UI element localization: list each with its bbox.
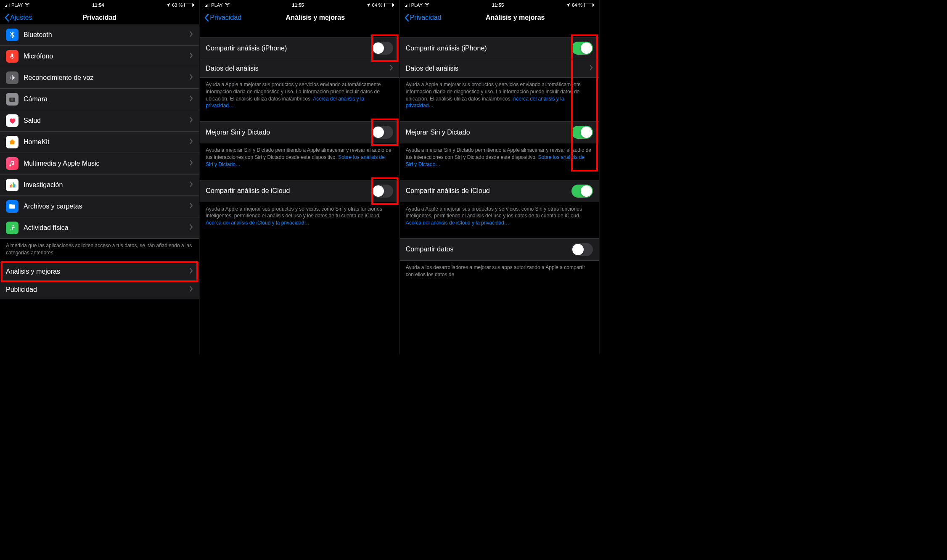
location-icon	[366, 3, 370, 7]
row-label: Datos del análisis	[206, 65, 387, 72]
chevron-right-icon	[390, 65, 393, 72]
icloud-link[interactable]: Acerca del análisis de iCloud y la priva…	[406, 220, 509, 226]
chevron-right-icon	[190, 31, 193, 39]
toggle-improve-siri[interactable]	[372, 126, 393, 139]
row-improve-siri[interactable]: Mejorar Siri y Dictado	[200, 121, 399, 143]
row-label: Compartir análisis (iPhone)	[206, 45, 371, 52]
list-item-homekit[interactable]: HomeKit	[0, 132, 199, 153]
svg-rect-6	[14, 185, 15, 188]
back-label: Privacidad	[410, 14, 442, 21]
status-bar: PLAY 11:54 63 %	[0, 0, 199, 9]
toggle-share-iphone[interactable]	[372, 42, 393, 55]
folder-icon	[6, 200, 19, 213]
clock: 11:55	[492, 3, 504, 8]
toggle-share-data[interactable]	[571, 243, 593, 256]
list-item-label: Multimedia y Apple Music	[24, 160, 187, 167]
home-icon	[6, 136, 19, 148]
toggle-share-iphone[interactable]	[571, 42, 593, 55]
location-icon	[166, 3, 170, 7]
chevron-right-icon	[190, 74, 193, 82]
location-icon	[566, 3, 570, 7]
row-share-icloud[interactable]: Compartir análisis de iCloud	[400, 180, 599, 202]
page-title: Análisis y mejoras	[486, 14, 545, 21]
back-button[interactable]: Ajustes	[4, 13, 32, 22]
battery-percent: 64 %	[372, 3, 383, 8]
back-button[interactable]: Privacidad	[404, 13, 442, 22]
chevron-right-icon	[190, 224, 193, 232]
row-share-icloud[interactable]: Compartir análisis de iCloud	[200, 180, 399, 202]
row-label: Mejorar Siri y Dictado	[406, 129, 571, 136]
battery-percent: 63 %	[172, 3, 183, 8]
chevron-left-icon	[404, 13, 409, 22]
list-item-music[interactable]: Multimedia y Apple Music	[0, 153, 199, 174]
list-item-analysis[interactable]: Análisis y mejoras	[0, 262, 199, 281]
svg-point-7	[13, 225, 14, 226]
carrier-label: PLAY	[11, 3, 23, 8]
phone-screen-2: PLAY 11:55 64 % Privacidad Análisis y me…	[200, 0, 399, 354]
icloud-link[interactable]: Acerca del análisis de iCloud y la priva…	[206, 220, 309, 226]
list-item-bluetooth[interactable]: Bluetooth	[0, 24, 199, 46]
row-share-iphone-analytics[interactable]: Compartir análisis (iPhone)	[400, 37, 599, 59]
list-item-label: Publicidad	[6, 286, 187, 293]
back-label: Ajustes	[10, 14, 32, 21]
chevron-right-icon	[190, 95, 193, 103]
phone-screen-1: PLAY 11:54 63 % Ajustes Privacidad Bluet…	[0, 0, 200, 354]
list-item-label: Archivos y carpetas	[24, 203, 187, 210]
list-item-label: Cámara	[24, 95, 187, 103]
toggle-improve-siri[interactable]	[571, 126, 593, 139]
chevron-right-icon	[190, 117, 193, 124]
chevron-left-icon	[4, 13, 9, 22]
footer-text: Ayuda a los desarrolladores a mejorar su…	[400, 261, 599, 284]
bars-icon	[6, 179, 19, 191]
row-label: Compartir análisis de iCloud	[406, 187, 571, 195]
footer-text: Ayuda a Apple a mejorar sus productos y …	[200, 202, 399, 232]
svg-rect-0	[11, 53, 13, 57]
bluetooth-icon	[6, 29, 19, 41]
svg-point-2	[11, 98, 13, 101]
row-analytics-data[interactable]: Datos del análisis	[400, 59, 599, 78]
list-item-research[interactable]: Investigación	[0, 174, 199, 196]
toggle-share-icloud[interactable]	[571, 185, 593, 198]
row-analytics-data[interactable]: Datos del análisis	[200, 59, 399, 78]
chevron-right-icon	[190, 203, 193, 210]
list-item-ads[interactable]: Publicidad	[0, 281, 199, 299]
clock: 11:54	[92, 3, 104, 8]
footer-text: Ayuda a Apple a mejorar sus productos y …	[400, 78, 599, 115]
footer-text: Ayuda a mejorar Siri y Dictado permitien…	[400, 143, 599, 174]
carrier-label: PLAY	[411, 3, 423, 8]
wave-icon	[6, 71, 19, 84]
list-item-mic[interactable]: Micrófono	[0, 46, 199, 67]
row-share-iphone-analytics[interactable]: Compartir análisis (iPhone)	[200, 37, 399, 59]
signal-icon	[405, 3, 410, 7]
privacy-list: Bluetooth Micrófono Reconocimiento de vo…	[0, 24, 199, 299]
back-button[interactable]: Privacidad	[204, 13, 241, 22]
list-item-label: HomeKit	[24, 138, 187, 146]
heart-icon	[6, 114, 19, 127]
row-label: Mejorar Siri y Dictado	[206, 129, 371, 136]
chevron-right-icon	[190, 138, 193, 146]
wifi-icon	[24, 3, 30, 7]
row-improve-siri[interactable]: Mejorar Siri y Dictado	[400, 121, 599, 143]
back-label: Privacidad	[210, 14, 241, 21]
chevron-right-icon	[190, 53, 193, 60]
list-item-label: Investigación	[24, 181, 187, 189]
footer-text: Ayuda a Apple a mejorar sus productos y …	[400, 202, 599, 232]
list-item-activity[interactable]: Actividad física	[0, 217, 199, 239]
list-item-camera[interactable]: Cámara	[0, 89, 199, 110]
page-title: Privacidad	[82, 14, 116, 21]
toggle-share-icloud[interactable]	[372, 185, 393, 198]
battery-icon	[184, 3, 194, 7]
camera-icon	[6, 93, 19, 106]
list-item-files[interactable]: Archivos y carpetas	[0, 196, 199, 217]
clock: 11:55	[292, 3, 304, 8]
list-item-label: Salud	[24, 117, 187, 124]
svg-rect-4	[11, 184, 12, 188]
wifi-icon	[424, 3, 430, 7]
footer-text: Ayuda a Apple a mejorar sus productos y …	[200, 78, 399, 115]
phone-screen-3: PLAY 11:55 64 % Privacidad Análisis y me…	[400, 0, 600, 354]
row-share-data[interactable]: Compartir datos	[400, 238, 599, 261]
list-item-health[interactable]: Salud	[0, 110, 199, 132]
status-bar: PLAY 11:55 64 %	[200, 0, 399, 9]
list-item-speech[interactable]: Reconocimiento de voz	[0, 67, 199, 89]
chevron-right-icon	[190, 268, 193, 275]
